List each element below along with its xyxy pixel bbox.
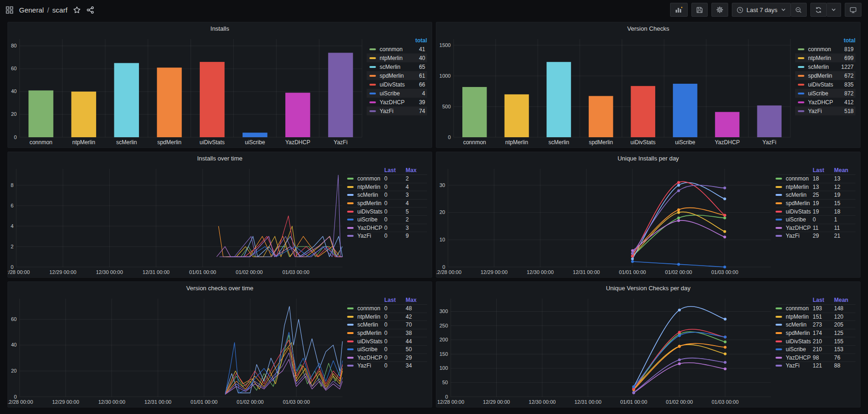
legend-row[interactable]: YazFi12188	[776, 361, 855, 370]
series-name[interactable]: YazDHCP	[380, 99, 411, 106]
legend-row[interactable]: uiDivStats1918	[776, 207, 855, 215]
legend-row[interactable]: uiDivStats210155	[776, 337, 855, 345]
refresh-dashboard-button[interactable]	[810, 3, 827, 17]
point-marker-scMerlin[interactable]	[723, 197, 726, 200]
point-marker-YazFi[interactable]	[677, 189, 680, 192]
series-name[interactable]: connmon	[380, 46, 411, 53]
chart-version-checks[interactable]: 050010001500connmonntpMerlinscMerlinspdM…	[436, 34, 795, 147]
line-series-YazFi[interactable]	[225, 353, 342, 394]
panel-title-version-checks[interactable]: Version Checks	[436, 22, 860, 34]
point-marker-spdMerlin[interactable]	[677, 208, 680, 211]
series-name[interactable]: YazFi	[786, 233, 813, 239]
chart-unique-installs-per-day[interactable]: 010203012/28 00:0012/29 00:0012/30 00:00…	[436, 164, 776, 277]
point-marker-YazFi[interactable]	[631, 252, 634, 255]
legend-total-header[interactable]: total	[844, 37, 855, 44]
bar-YazDHCP[interactable]	[285, 93, 310, 137]
legend-row[interactable]: scMerlin03	[347, 191, 427, 199]
legend-row[interactable]: YazDHCP03	[347, 224, 427, 232]
series-name[interactable]: ntpMerlin	[380, 55, 411, 61]
bar-ntpMerlin[interactable]	[505, 94, 529, 137]
bar-scMerlin[interactable]	[114, 63, 139, 137]
panel-title-installs[interactable]: Installs	[8, 22, 432, 34]
series-name[interactable]: spdMerlin	[357, 330, 384, 336]
series-name[interactable]: ntpMerlin	[357, 184, 384, 190]
series-name[interactable]: uiDivStats	[357, 208, 384, 215]
point-marker-scMerlin[interactable]	[631, 257, 634, 260]
apps-icon[interactable]	[6, 6, 13, 14]
series-name[interactable]: spdMerlin	[786, 200, 813, 207]
series-name[interactable]: ntpMerlin	[808, 55, 840, 61]
point-marker-uiDivStats[interactable]	[677, 181, 680, 184]
bar-scMerlin[interactable]	[546, 62, 571, 137]
legend-row[interactable]: uiScribe01	[776, 215, 855, 224]
bar-YazFi[interactable]	[328, 53, 353, 137]
point-marker-YazDHCP[interactable]	[677, 219, 680, 222]
bar-uiDivStats[interactable]	[631, 86, 656, 137]
point-marker-connmon[interactable]	[677, 217, 680, 220]
bar-connmon[interactable]	[28, 90, 53, 137]
series-name[interactable]: uiDivStats	[808, 81, 840, 88]
legend-row[interactable]: scMerlin273205	[776, 321, 855, 329]
series-name[interactable]: connmon	[808, 46, 840, 53]
chart-svg-version-checks-over-time[interactable]: 020406012/28 00:0012/29 00:0012/30 00:00…	[8, 294, 347, 407]
legend-row[interactable]: uiScribe02	[347, 215, 427, 224]
point-marker-scMerlin[interactable]	[724, 318, 727, 321]
series-name[interactable]: ntpMerlin	[786, 314, 813, 320]
point-marker-YazFi[interactable]	[678, 358, 681, 361]
legend-row[interactable]: YazFi09	[347, 232, 427, 240]
legend-total-header[interactable]: total	[415, 37, 427, 44]
bar-spdMerlin[interactable]	[589, 96, 613, 137]
line-series-connmon[interactable]	[225, 335, 342, 394]
point-marker-uiScribe[interactable]	[724, 336, 727, 339]
series-name[interactable]: uiScribe	[380, 90, 411, 97]
save-dashboard-button[interactable]	[691, 3, 708, 17]
legend-row[interactable]: spdMerlin672	[795, 71, 855, 80]
dashboard-settings-button[interactable]	[711, 3, 728, 17]
legend-row[interactable]: uiScribe872	[795, 89, 855, 98]
bar-YazFi[interactable]	[757, 106, 782, 137]
legend-row[interactable]: YazDHCP39	[367, 98, 427, 107]
series-name[interactable]: uiScribe	[357, 346, 384, 353]
series-name[interactable]: connmon	[786, 305, 813, 312]
series-name[interactable]: uiScribe	[808, 90, 840, 97]
panel-title-version-checks-over-time[interactable]: Version checks over time	[8, 282, 432, 294]
point-marker-connmon[interactable]	[723, 217, 726, 220]
legend-row[interactable]: uiScribe050	[347, 345, 427, 354]
point-marker-connmon[interactable]	[724, 341, 727, 343]
series-name[interactable]: YazDHCP	[786, 354, 813, 361]
legend-row[interactable]: scMerlin2519	[776, 191, 855, 199]
point-marker-uiScribe[interactable]	[631, 260, 634, 263]
legend-row[interactable]: connmon819	[795, 45, 855, 53]
point-marker-YazFi[interactable]	[724, 361, 727, 364]
chart-svg-unique-installs-per-day[interactable]: 010203012/28 00:0012/29 00:0012/30 00:00…	[436, 164, 776, 277]
series-name[interactable]: uiDivStats	[380, 81, 411, 88]
panel-title-installs-over-time[interactable]: Installs over time	[8, 152, 432, 164]
point-marker-uiScribe[interactable]	[678, 334, 681, 337]
chart-svg-installs-over-time[interactable]: 0246812/28 00:0012/29 00:0012/30 00:0012…	[8, 164, 347, 277]
panel-title-unique-version-checks-per-day[interactable]: Unique Version Checks per day	[436, 282, 860, 294]
legend-row[interactable]: ntpMerlin1312	[776, 183, 855, 191]
legend-row[interactable]: connmon1813	[776, 174, 855, 183]
panel-title-unique-installs-per-day[interactable]: Unique Installs per day	[436, 152, 860, 164]
bar-ntpMerlin[interactable]	[71, 92, 96, 137]
point-marker-ntpMerlin[interactable]	[723, 230, 726, 233]
add-panel-button[interactable]	[670, 3, 688, 17]
chart-version-checks-over-time[interactable]: 020406012/28 00:0012/29 00:0012/30 00:00…	[8, 294, 347, 407]
series-name[interactable]: uiDivStats	[786, 338, 813, 345]
legend-row[interactable]: scMerlin070	[347, 321, 427, 329]
series-name[interactable]: YazDHCP	[357, 225, 384, 231]
series-name[interactable]: connmon	[357, 175, 384, 182]
legend-row[interactable]: scMerlin1227	[795, 62, 855, 71]
legend-row[interactable]: ntpMerlin40	[367, 53, 427, 62]
legend-row[interactable]: spdMerlin038	[347, 329, 427, 337]
legend-row[interactable]: connmon41	[367, 45, 427, 53]
star-icon[interactable]	[73, 6, 81, 14]
series-name[interactable]: connmon	[786, 175, 813, 182]
series-name[interactable]: ntpMerlin	[357, 314, 384, 320]
chart-installs[interactable]: 020406080connmonntpMerlinscMerlinspdMerl…	[8, 34, 367, 147]
point-marker-spdMerlin[interactable]	[724, 346, 727, 349]
series-name[interactable]: scMerlin	[786, 192, 813, 198]
point-marker-uiDivStats[interactable]	[723, 214, 726, 217]
line-series-YazDHCP[interactable]	[225, 359, 342, 394]
series-name[interactable]: YazFi	[380, 108, 411, 114]
